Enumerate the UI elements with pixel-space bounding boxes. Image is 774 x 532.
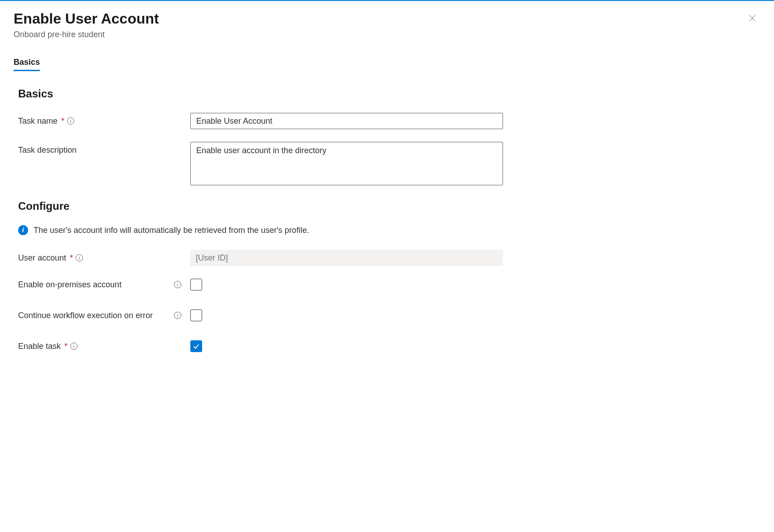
continue-on-error-checkbox[interactable] [190, 310, 202, 321]
enable-onprem-checkbox[interactable] [190, 279, 202, 290]
continue-on-error-label: Continue workflow execution on error [18, 311, 153, 320]
info-banner-icon: i [18, 225, 28, 235]
info-banner-text: The user's account info will automatical… [34, 226, 309, 235]
required-indicator: * [64, 342, 68, 351]
info-icon[interactable]: i [76, 254, 83, 261]
info-icon[interactable]: i [174, 312, 181, 319]
enable-onprem-label: Enable on-premises account [18, 280, 121, 290]
checkmark-icon [192, 342, 200, 350]
info-icon[interactable]: i [174, 281, 181, 288]
tab-bar: Basics [14, 58, 760, 71]
section-title-basics: Basics [18, 87, 760, 100]
enable-task-checkbox[interactable] [190, 340, 202, 352]
task-name-label: Task name [18, 113, 58, 129]
required-indicator: * [61, 113, 64, 129]
user-account-input [190, 250, 503, 266]
task-description-label: Task description [18, 142, 77, 158]
close-icon [748, 14, 757, 23]
task-description-input[interactable] [190, 142, 503, 185]
user-account-label: User account [18, 250, 66, 266]
task-name-input[interactable] [190, 113, 503, 129]
tab-basics[interactable]: Basics [14, 58, 40, 71]
close-button[interactable] [744, 10, 760, 28]
info-icon[interactable]: i [70, 343, 77, 350]
page-title: Enable User Account [14, 10, 159, 27]
enable-task-label: Enable task [18, 342, 61, 351]
page-subtitle: Onboard pre-hire student [14, 30, 159, 39]
info-icon[interactable]: i [67, 117, 74, 125]
required-indicator: * [70, 250, 73, 266]
section-title-configure: Configure [18, 200, 760, 213]
